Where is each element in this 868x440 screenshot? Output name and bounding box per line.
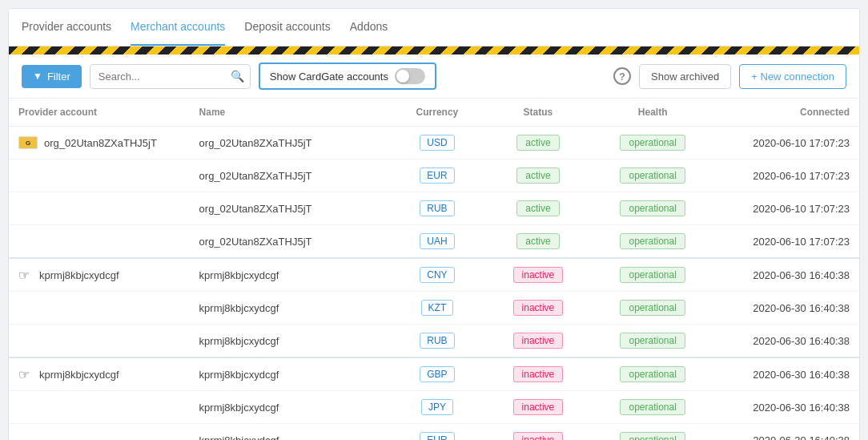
connections-table: Provider account Name Currency Status He…	[9, 99, 859, 440]
tab-provider-accounts[interactable]: Provider accounts	[22, 9, 111, 46]
provider-account-cell: ☞kprmj8kbjcxydcgf	[9, 357, 190, 391]
tab-addons[interactable]: Addons	[350, 9, 388, 46]
cardgate-toggle-box: Show CardGate accounts	[259, 63, 436, 90]
filter-button[interactable]: ▼ Filter	[22, 65, 82, 88]
name-cell: kprmj8kbjcxydcgf	[190, 258, 392, 292]
col-header-provider: Provider account	[9, 99, 190, 127]
cardgate-toggle[interactable]	[395, 68, 425, 84]
status-badge: active	[516, 168, 559, 184]
health-badge: operational	[620, 399, 685, 415]
status-cell: inactive	[483, 325, 593, 358]
provider-cell: Gorg_02Utan8ZXaTHJ5jT	[18, 136, 180, 149]
warning-stripe	[9, 46, 859, 54]
table-header-row: Provider account Name Currency Status He…	[9, 99, 859, 127]
show-archived-button[interactable]: Show archived	[639, 64, 731, 89]
provider-cell: ☞kprmj8kbjcxydcgf	[18, 268, 180, 283]
name-cell: org_02Utan8ZXaTHJ5jT	[190, 127, 392, 159]
table-row[interactable]: ☞kprmj8kbjcxydcgfkprmj8kbjcxydcgfGBPinac…	[9, 357, 859, 391]
health-badge: operational	[620, 300, 685, 316]
col-header-currency: Currency	[392, 99, 484, 127]
table-row[interactable]: kprmj8kbjcxydcgfJPYinactiveoperational20…	[9, 391, 859, 424]
provider-account-cell	[9, 225, 190, 259]
currency-badge: UAH	[420, 233, 454, 249]
status-cell: active	[483, 127, 593, 159]
health-badge: operational	[620, 333, 685, 349]
provider-account-cell	[9, 292, 190, 325]
status-badge: inactive	[513, 300, 564, 316]
provider-account-cell: Gorg_02Utan8ZXaTHJ5jT	[9, 127, 190, 159]
provider-account-cell	[9, 325, 190, 358]
currency-cell: RUB	[392, 192, 484, 225]
search-input[interactable]	[90, 64, 251, 89]
connected-cell: 2020-06-10 17:07:23	[713, 225, 859, 259]
connected-cell: 2020-06-30 16:40:38	[713, 391, 859, 424]
health-cell: operational	[593, 192, 713, 225]
health-badge: operational	[620, 366, 685, 382]
health-cell: operational	[593, 127, 713, 159]
health-badge: operational	[620, 233, 685, 249]
name-cell: kprmj8kbjcxydcgf	[190, 391, 392, 424]
toolbar: ▼ Filter 🔍 Show CardGate accounts ? Show…	[9, 54, 859, 99]
currency-badge: EUR	[420, 168, 454, 184]
health-cell: operational	[593, 391, 713, 424]
search-icon: 🔍	[231, 70, 244, 83]
col-header-health: Health	[593, 99, 713, 127]
status-badge: inactive	[513, 432, 564, 440]
nav-tabs: Provider accounts Merchant accounts Depo…	[9, 9, 859, 46]
name-cell: kprmj8kbjcxydcgf	[190, 424, 392, 441]
currency-cell: UAH	[392, 225, 484, 259]
currency-cell: CNY	[392, 258, 484, 292]
currency-cell: EUR	[392, 424, 484, 441]
health-cell: operational	[593, 292, 713, 325]
provider-account-label: org_02Utan8ZXaTHJ5jT	[44, 137, 157, 149]
tab-deposit-accounts[interactable]: Deposit accounts	[244, 9, 330, 46]
health-cell: operational	[593, 357, 713, 391]
health-cell: operational	[593, 225, 713, 259]
currency-badge: RUB	[420, 200, 454, 216]
currency-cell: GBP	[392, 357, 484, 391]
health-badge: operational	[620, 135, 685, 151]
connected-cell: 2020-06-30 16:40:38	[713, 325, 859, 358]
help-icon[interactable]: ?	[613, 67, 631, 85]
tab-merchant-accounts[interactable]: Merchant accounts	[131, 9, 225, 46]
currency-badge: USD	[420, 135, 454, 151]
table-row[interactable]: Gorg_02Utan8ZXaTHJ5jTorg_02Utan8ZXaTHJ5j…	[9, 127, 859, 159]
status-badge: active	[516, 233, 559, 249]
new-connection-button[interactable]: + New connection	[739, 64, 846, 89]
provider-account-label: kprmj8kbjcxydcgf	[39, 369, 119, 381]
table-row[interactable]: org_02Utan8ZXaTHJ5jTEURactiveoperational…	[9, 159, 859, 192]
health-cell: operational	[593, 424, 713, 441]
connected-cell: 2020-06-30 16:40:38	[713, 258, 859, 292]
table-row[interactable]: kprmj8kbjcxydcgfKZTinactiveoperational20…	[9, 292, 859, 325]
currency-cell: EUR	[392, 159, 484, 192]
name-cell: kprmj8kbjcxydcgf	[190, 357, 392, 391]
table-row[interactable]: org_02Utan8ZXaTHJ5jTRUBactiveoperational…	[9, 192, 859, 225]
col-header-name: Name	[190, 99, 392, 127]
toggle-thumb	[396, 70, 409, 83]
currency-badge: GBP	[420, 366, 454, 382]
name-cell: org_02Utan8ZXaTHJ5jT	[190, 159, 392, 192]
connected-cell: 2020-06-30 16:40:38	[713, 424, 859, 441]
provider-account-cell	[9, 192, 190, 225]
health-badge: operational	[620, 168, 685, 184]
col-header-connected: Connected	[713, 99, 859, 127]
status-cell: inactive	[483, 357, 593, 391]
status-cell: inactive	[483, 391, 593, 424]
status-cell: active	[483, 192, 593, 225]
currency-cell: RUB	[392, 325, 484, 358]
table-row[interactable]: kprmj8kbjcxydcgfEURinactiveoperational20…	[9, 424, 859, 441]
status-badge: active	[516, 200, 559, 216]
provider-logo: G	[18, 136, 38, 149]
currency-badge: JPY	[421, 399, 453, 415]
table-row[interactable]: kprmj8kbjcxydcgfRUBinactiveoperational20…	[9, 325, 859, 358]
status-cell: active	[483, 159, 593, 192]
name-cell: org_02Utan8ZXaTHJ5jT	[190, 225, 392, 259]
provider-account-cell	[9, 159, 190, 192]
filter-icon: ▼	[33, 71, 42, 82]
search-wrap: 🔍	[90, 64, 251, 89]
table-container: Provider account Name Currency Status He…	[9, 99, 859, 440]
table-row[interactable]: org_02Utan8ZXaTHJ5jTUAHactiveoperational…	[9, 225, 859, 259]
table-row[interactable]: ☞kprmj8kbjcxydcgfkprmj8kbjcxydcgfCNYinac…	[9, 258, 859, 292]
status-badge: inactive	[513, 267, 564, 283]
status-cell: inactive	[483, 258, 593, 292]
